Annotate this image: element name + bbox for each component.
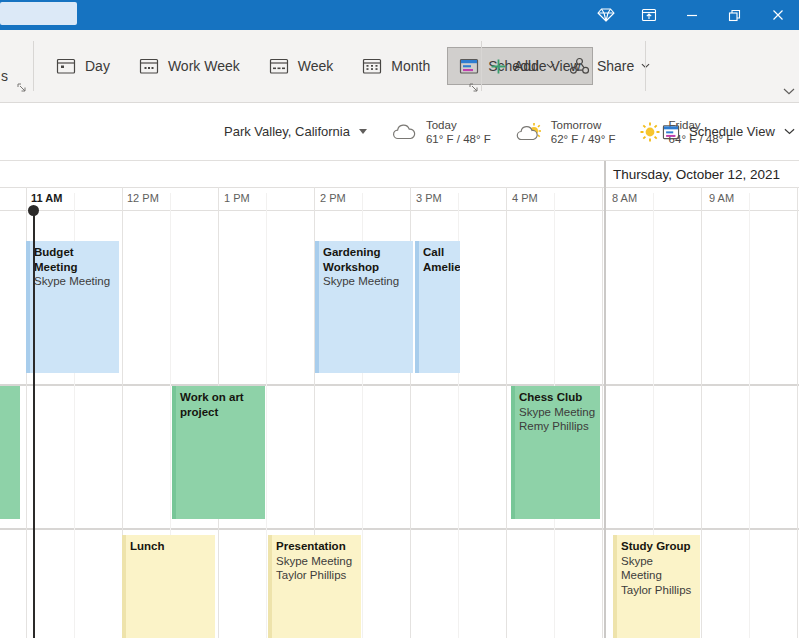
- current-time-line: [33, 211, 35, 638]
- event-detail: Skype Meeting: [323, 274, 410, 289]
- month-view-label: Month: [391, 58, 430, 74]
- row-separator: [0, 384, 799, 386]
- event-title: Study Group: [621, 539, 697, 554]
- share-label: Share: [597, 58, 634, 74]
- weather-location-label: Park Valley, California: [224, 124, 350, 139]
- popout-icon[interactable]: [627, 0, 670, 30]
- calendar-event[interactable]: Lunch: [122, 535, 215, 638]
- calendar-view-selector-dropdown[interactable]: Schedule View: [662, 103, 795, 160]
- time-label: 9 AM: [709, 192, 734, 204]
- month-calendar-icon: [362, 57, 382, 75]
- week-view-button[interactable]: Week: [257, 47, 346, 85]
- work-week-calendar-icon: [139, 57, 159, 75]
- window-tab-fragment: [0, 2, 77, 25]
- gridline-half-hour: [266, 193, 267, 638]
- time-label: 8 AM: [612, 192, 637, 204]
- gem-icon[interactable]: [584, 0, 627, 30]
- plus-icon: [490, 58, 507, 75]
- event-title: Call Amelie: [423, 245, 457, 274]
- window-controls: [584, 0, 799, 30]
- ribbon-group-separator: [33, 41, 34, 91]
- weather-day-temps: 62° F / 49° F: [551, 132, 616, 146]
- add-label: Add: [514, 58, 539, 74]
- minimize-icon[interactable]: [670, 0, 713, 30]
- share-button[interactable]: Share: [569, 57, 650, 75]
- week-calendar-icon: [269, 57, 289, 75]
- event-title: Lunch: [130, 539, 212, 554]
- event-detail: Skype Meeting: [276, 554, 358, 569]
- event-title: Presentation: [276, 539, 358, 554]
- calendar-event[interactable]: [0, 386, 20, 519]
- gridline-hour: [506, 187, 507, 638]
- cloudy-icon: [391, 123, 417, 141]
- event-detail: Skype Meeting: [34, 274, 116, 289]
- time-label: 3 PM: [416, 192, 442, 204]
- calendar-event[interactable]: Gardening WorkshopSkype Meeting: [315, 241, 413, 373]
- weather-day-name: Today: [426, 118, 491, 132]
- gridline-hour: [701, 187, 702, 638]
- gridline-half-hour: [749, 193, 750, 638]
- view-selector-label: Schedule View: [689, 124, 775, 139]
- weather-location-dropdown[interactable]: Park Valley, California: [224, 124, 367, 139]
- work-week-view-label: Work Week: [168, 58, 240, 74]
- ribbon-group-separator: [645, 41, 646, 91]
- time-label: 1 PM: [224, 192, 250, 204]
- event-title: Chess Club: [519, 390, 597, 405]
- schedule-view-icon: [459, 57, 479, 75]
- event-detail: Skype Meeting: [519, 405, 597, 420]
- event-detail: Remy Phillips: [519, 419, 597, 434]
- partly-sunny-icon: [515, 122, 542, 141]
- time-label-current: 11 AM: [31, 192, 62, 204]
- date-header: Thursday, October 12, 2021: [613, 167, 780, 182]
- gridline-hour: [602, 187, 603, 638]
- ribbon-toolbar: s Day Work Week: [0, 30, 799, 103]
- month-view-button[interactable]: Month: [350, 47, 442, 85]
- day-view-button[interactable]: Day: [44, 47, 122, 85]
- time-label: 2 PM: [320, 192, 346, 204]
- calendar-schedule-view: Thursday, October 12, 2021 11 AM12 PM1 P…: [0, 160, 799, 638]
- time-label: 12 PM: [127, 192, 159, 204]
- close-icon[interactable]: [756, 0, 799, 30]
- header-divider: [0, 187, 799, 188]
- event-detail: Skype Meeting: [621, 554, 697, 583]
- calendar-event[interactable]: PresentationSkype MeetingTaylor Phillips: [268, 535, 361, 638]
- row-separator: [0, 528, 799, 530]
- dialog-launcher-icon[interactable]: [17, 83, 27, 93]
- schedule-view-icon: [662, 124, 680, 140]
- event-title: Budget Meeting: [34, 245, 116, 274]
- title-bar: [0, 0, 799, 30]
- collapse-ribbon-chevron-icon[interactable]: [783, 88, 795, 95]
- sunny-icon: [640, 122, 660, 142]
- day-boundary-line: [604, 161, 606, 638]
- day-view-label: Day: [85, 58, 110, 74]
- gridline-hour: [797, 187, 798, 638]
- restore-icon[interactable]: [713, 0, 756, 30]
- calendar-event[interactable]: Call Amelie: [415, 241, 460, 373]
- grid-top-divider: [0, 210, 799, 211]
- weather-day-temps: 61° F / 48° F: [426, 132, 491, 146]
- event-title: Gardening Workshop: [323, 245, 410, 274]
- event-detail: Taylor Phillips: [621, 583, 697, 598]
- ribbon-actions-group: Add Share: [490, 30, 650, 102]
- dialog-launcher-icon[interactable]: [469, 83, 479, 93]
- event-title: Work on art project: [180, 390, 262, 419]
- calendar-event[interactable]: Budget MeetingSkype Meeting: [26, 241, 119, 373]
- calendar-event[interactable]: Chess ClubSkype MeetingRemy Phillips: [511, 386, 600, 519]
- clipped-button-label: s: [1, 68, 8, 84]
- add-button[interactable]: Add: [490, 58, 555, 75]
- calendar-event[interactable]: Work on art project: [172, 386, 265, 519]
- calendar-event[interactable]: Study GroupSkype MeetingTaylor Phillips: [613, 535, 700, 638]
- dropdown-arrow-icon: [359, 129, 367, 134]
- event-detail: Taylor Phillips: [276, 568, 358, 583]
- share-icon: [569, 57, 590, 75]
- week-view-label: Week: [298, 58, 334, 74]
- ribbon-group-separator: [481, 41, 482, 91]
- weather-tomorrow: Tomorrow 62° F / 49° F: [515, 118, 616, 146]
- chevron-down-icon: [546, 63, 555, 69]
- chevron-down-icon: [784, 128, 795, 135]
- time-label: 4 PM: [512, 192, 538, 204]
- weather-day-name: Tomorrow: [551, 118, 616, 132]
- work-week-view-button[interactable]: Work Week: [127, 47, 252, 85]
- outlook-calendar-window: s Day Work Week: [0, 0, 799, 638]
- weather-today: Today 61° F / 48° F: [391, 118, 491, 146]
